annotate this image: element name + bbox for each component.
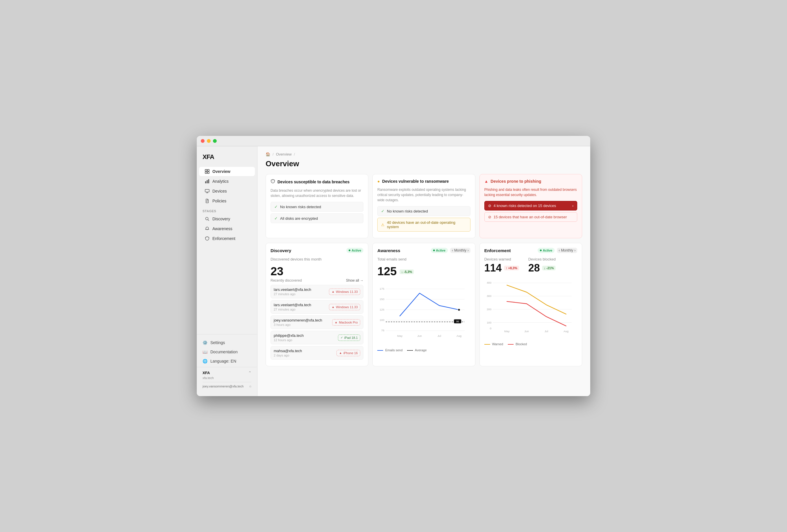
device-item-3[interactable]: joey.vansommeren@xfa.tech 3 hours ago ▲ … [271, 315, 363, 329]
bell-icon [205, 226, 210, 231]
svg-text:300: 300 [487, 294, 492, 297]
check-icon-2: ✓ [274, 216, 278, 221]
awareness-header: Awareness Active ‹ Monthly › [377, 248, 470, 253]
status-known-risks[interactable]: ⊘ 4 known risks detected on 15 devices › [484, 201, 577, 210]
device-list-header: Recently discovered Show all → [271, 279, 363, 283]
svg-rect-6 [208, 179, 210, 183]
monitor-icon [205, 189, 210, 194]
home-icon[interactable]: 🏠 [265, 152, 270, 156]
settings-link[interactable]: ⚙️ Settings [197, 338, 257, 347]
ok-check-icon: ✓ [341, 336, 343, 339]
enforcement-legend: Warned Blocked [484, 342, 577, 346]
sidebar-item-enforcement[interactable]: Enforcement [199, 234, 255, 243]
titlebar [197, 136, 590, 146]
show-all-link[interactable]: Show all → [346, 279, 364, 283]
card-header-ransomware: ● Devices vulnerable to ransomware [377, 179, 470, 184]
search-icon [205, 217, 210, 221]
svg-point-25 [458, 309, 460, 311]
device-item-5[interactable]: mahsa@xfa.tech 2 days ago ▲ iPhone 16 [271, 346, 363, 360]
check-icon: ✓ [274, 204, 278, 209]
sidebar: XFA Overview Analytics Devices [197, 146, 257, 396]
active-dot-2 [433, 249, 435, 251]
stages-label: STAGES [197, 206, 257, 214]
sidebar-item-label-discovery: Discovery [212, 217, 230, 221]
status-no-risk-1: ✓ No known risks detected [271, 202, 363, 212]
enforcement-section-card: Enforcement Active ‹ Monthly › [480, 243, 582, 366]
logout-icon[interactable]: ⎋ [250, 384, 251, 388]
warned-trend: ↑ +8,3% [504, 266, 519, 270]
bar-chart-icon [205, 179, 210, 184]
warn-icon: ⚠ [381, 223, 385, 227]
blocked-trend: ↓ -21% [542, 266, 555, 270]
card-header-breaches: Devices susceptible to data breaches [271, 179, 363, 184]
svg-text:100: 100 [487, 321, 492, 324]
phishing-card: ▲ Devices prone to phishing Phishing and… [480, 174, 582, 238]
device-item-4[interactable]: philippe@xfa.tech 12 hours ago ✓ iPad 18… [271, 331, 363, 345]
sidebar-item-label-analytics: Analytics [212, 179, 229, 184]
svg-text:75: 75 [381, 329, 385, 332]
documentation-link[interactable]: 📖 Documentation [197, 347, 257, 356]
sidebar-item-discovery[interactable]: Discovery [199, 214, 255, 223]
sidebar-item-devices[interactable]: Devices [199, 186, 255, 196]
next-period-icon-2[interactable]: › [574, 248, 575, 252]
status-outdated-browser: ⊘ 15 devices that have an out-of-date br… [484, 212, 577, 222]
user-email-row: joey.vansommeren@xfa.tech ⎋ [203, 382, 251, 388]
device-badge-2: ▲ Windows 11.33 [329, 304, 360, 310]
trend-up-icon: ↑ [506, 266, 508, 270]
device-item-2[interactable]: lars.veelaert@xfa.tech 27 minutes ago ▲ … [271, 300, 363, 314]
language-link[interactable]: 🌐 Language: EN [197, 356, 257, 366]
device-badge-4: ✓ iPad 18.1 [338, 334, 360, 341]
period-nav-enforcement[interactable]: ‹ Monthly › [557, 248, 577, 253]
svg-text:150: 150 [380, 297, 385, 301]
status-encrypted: ✓ All disks are encrypted [271, 214, 363, 223]
next-period-icon[interactable]: › [468, 248, 469, 252]
app-window: XFA Overview Analytics Devices [197, 136, 590, 396]
breadcrumb: 🏠 / Overview / [265, 152, 582, 156]
shield-outline-icon [271, 179, 275, 184]
awareness-active-badge: Active [431, 248, 448, 253]
svg-rect-7 [205, 190, 209, 192]
prev-period-icon-2[interactable]: ‹ [559, 248, 560, 252]
svg-point-9 [273, 181, 273, 181]
svg-text:Jun: Jun [418, 334, 422, 337]
sidebar-item-label-enforcement: Enforcement [212, 236, 235, 241]
device-badge-1: ▲ Windows 11.33 [329, 289, 360, 295]
file-icon [205, 199, 210, 203]
svg-text:175: 175 [380, 287, 384, 290]
enforcement-chart: 400 300 200 100 0 May Jun Jul Aug [484, 276, 577, 340]
sidebar-item-label-overview: Overview [212, 169, 230, 174]
top-cards: Devices susceptible to data breaches Dat… [265, 174, 582, 238]
svg-rect-4 [205, 181, 206, 183]
danger-circle-icon: ⊘ [488, 203, 491, 208]
discovery-header: Discovery Active [271, 248, 363, 253]
status-outdated-os: ⚠ 40 devices have an out-of-date operati… [377, 218, 470, 231]
svg-rect-5 [207, 180, 208, 183]
device-badge-5: ▲ iPhone 16 [337, 350, 360, 356]
maximize-button[interactable] [213, 139, 217, 143]
minimize-button[interactable] [207, 139, 211, 143]
logo: XFA [197, 151, 257, 167]
card-header-phishing: ▲ Devices prone to phishing [484, 179, 577, 184]
sidebar-item-analytics[interactable]: Analytics [199, 177, 255, 186]
blocked-metric: Devices blocked 28 ↓ -21% [528, 257, 556, 274]
sidebar-item-overview[interactable]: Overview [199, 167, 255, 176]
danger-outline-icon: ⊘ [488, 215, 491, 219]
check-icon-3: ✓ [381, 209, 385, 214]
svg-text:Aug: Aug [456, 334, 462, 337]
sidebar-item-label-devices: Devices [212, 189, 227, 194]
sidebar-item-awareness[interactable]: Awareness [199, 224, 255, 233]
main-content: 🏠 / Overview / Overview Devices suscepti… [257, 146, 590, 396]
svg-rect-3 [208, 172, 209, 174]
sidebar-item-policies[interactable]: Policies [199, 196, 255, 205]
org-name[interactable]: XFA ⌃ [203, 371, 251, 375]
trend-down-icon-2: ↓ [544, 266, 546, 270]
trend-down-icon: ↓ [401, 270, 403, 273]
prev-period-icon[interactable]: ‹ [452, 248, 453, 252]
close-button[interactable] [201, 139, 205, 143]
awareness-legend: Emails send Average [377, 348, 470, 352]
sidebar-bottom: ⚙️ Settings 📖 Documentation 🌐 Language: … [197, 334, 257, 366]
user-section: XFA ⌃ xfa.tech joey.vansommeren@xfa.tech… [197, 367, 257, 392]
device-item-1[interactable]: lars.veelaert@xfa.tech 27 minutes ago ▲ … [271, 285, 363, 298]
period-nav-awareness[interactable]: ‹ Monthly › [450, 248, 470, 253]
svg-text:Jun: Jun [524, 330, 529, 333]
